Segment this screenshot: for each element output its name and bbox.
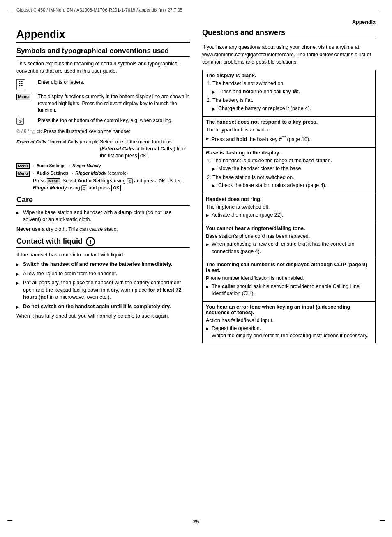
symbol-calls-icon: External Calls / Internal Calls (example…: [16, 138, 100, 145]
qa-section-base-content: The handset is outside the range of the …: [206, 157, 372, 189]
appendix-main-title: Appendix: [16, 28, 190, 40]
qa-section-ring-title: Handset does not ring.: [206, 196, 372, 202]
left-column: Appendix Symbols and typographical conve…: [16, 28, 190, 343]
margin-mark-right: [380, 10, 385, 10]
qa-section-keypress: The handset does not respond to a key pr…: [203, 117, 375, 147]
page: Gigaset C 450 / IM-Nord EN / A31008-M170…: [0, 0, 392, 537]
qa-section-base-title: Base is flashing in the display.: [206, 150, 372, 156]
right-column: Questions and answers If you have any qu…: [202, 28, 376, 343]
header-text: Gigaset C 450 / IM-Nord EN / A31008-M170…: [16, 7, 182, 12]
contact-divider: [16, 247, 190, 248]
contact-list: Switch the handset off and remove the ba…: [16, 261, 190, 310]
qa-table: The display is blank. The handset is not…: [202, 70, 376, 343]
contact-title: Contact with liquid: [16, 237, 83, 246]
qa-section-clip-content: Phone number identification is not enabl…: [206, 275, 372, 297]
qa-section-blank-title: The display is blank.: [206, 73, 372, 78]
margin-mark-right-bottom: [380, 520, 385, 521]
symbol-keypad-icon: ⠿: [16, 79, 38, 90]
contact-item-1: Switch the handset off and remove the ba…: [16, 261, 190, 268]
symbol-path-label: Menu → Audio Settings → Ringer Melody (e…: [16, 171, 128, 177]
qa-section-dialling-content: Base station's phone cord has been repla…: [206, 233, 372, 256]
symbol-calls-desc: Select one of the menu functions (Extern…: [100, 138, 190, 159]
qa-section-dialling-title: You cannot hear a ringtone/dialling tone…: [206, 226, 372, 231]
symbol-menu-desc: The display functions currently in the b…: [38, 93, 190, 114]
qa-section-keypress-title: The handset does not respond to a key pr…: [206, 119, 372, 125]
symbol-ctrl-icon: ⊙: [16, 117, 38, 125]
care-list: Wipe the base station and handset with a…: [16, 209, 190, 224]
qa-title: Questions and answers: [202, 28, 376, 37]
contact-item-3: Pat all parts dry, then place the handse…: [16, 279, 190, 301]
symbol-row-path: Menu → Audio Settings → Ringer Melody Me…: [16, 163, 190, 191]
main-columns: Appendix Symbols and typographical conve…: [0, 28, 392, 343]
warning-icon: !: [86, 237, 95, 246]
symbol-row-calls: External Calls / Internal Calls (example…: [16, 138, 190, 159]
care-item-1: Wipe the base station and handset with a…: [16, 209, 190, 224]
menu-path-start: Menu: [16, 163, 30, 169]
symbol-row-keypad: ⠿ Enter digits or letters.: [16, 79, 190, 90]
qa-section-clip: The incoming call number is not displaye…: [203, 259, 375, 302]
appendix-top-label: Appendix: [0, 15, 392, 25]
qa-section-blank-content: The handset is not switched on. Press an…: [206, 80, 372, 112]
appendix-label-text: Appendix: [352, 19, 376, 25]
menu-key-box: Menu: [16, 94, 30, 100]
symbol-row-menu: Menu The display functions currently in …: [16, 93, 190, 114]
symbol-keypad-desc: Enter digits or letters.: [38, 79, 190, 86]
care-divider: [16, 205, 190, 206]
qa-section-blank: The display is blank. The handset is not…: [203, 70, 375, 117]
qa-section-error: You hear an error tone when keying an in…: [203, 302, 375, 343]
care-title: Care: [16, 196, 190, 204]
qa-section-ring: Handset does not ring. The ringtone is s…: [203, 194, 375, 223]
symbols-divider: [16, 56, 190, 57]
main-title-divider: [16, 42, 190, 43]
qa-section-dialling: You cannot hear a ringtone/dialling tone…: [203, 223, 375, 260]
contact-section: Contact with liquid ! If the handset has…: [16, 237, 190, 320]
page-footer: 25: [0, 513, 392, 529]
symbol-row-ctrl: ⊙ Press the top or bottom of the control…: [16, 117, 190, 125]
qa-section-error-content: Action has failed/invalid input. Repeat …: [206, 317, 372, 340]
qa-intro: If you have any questions about using yo…: [202, 44, 376, 66]
page-number: 25: [193, 519, 199, 525]
contact-item-4: Do not switch on the handset again until…: [16, 303, 190, 311]
symbol-path-desc: Press Menu. Select Audio Settings using …: [16, 177, 190, 191]
qa-section-error-title: You hear an error tone when keying an in…: [206, 304, 372, 316]
page-header: Gigaset C 450 / IM-Nord EN / A31008-M170…: [0, 0, 392, 15]
symbol-keys-icon: ✆ / 0 / *△ etc.: [16, 128, 44, 134]
qa-section-clip-title: The incoming call number is not displaye…: [206, 262, 372, 273]
contact-intro: If the handset has come into contact wit…: [16, 251, 190, 258]
care-never: Never use a dry cloth. This can cause st…: [16, 226, 190, 233]
symbol-row-keys: ✆ / 0 / *△ etc. Press the illustrated ke…: [16, 128, 190, 135]
contact-outro: When it has fully dried out, you will no…: [16, 312, 190, 320]
symbols-intro: This section explains the meaning of cer…: [16, 60, 190, 75]
symbol-table: ⠿ Enter digits or letters. Menu The disp…: [16, 79, 190, 191]
symbol-keys-desc: Press the illustrated key on the handset…: [44, 128, 190, 135]
qa-section-ring-content: The ringtone is switched off. Activate t…: [206, 204, 372, 219]
symbols-title: Symbols and typographical conventions us…: [16, 47, 190, 55]
qa-title-divider: [202, 39, 376, 39]
margin-mark-left: [7, 10, 12, 10]
qa-section-keypress-content: The keypad lock is activated. Press and …: [206, 127, 372, 143]
qa-section-base: Base is flashing in the display. The han…: [203, 148, 375, 194]
margin-mark-left-bottom: [7, 520, 12, 521]
contact-item-2: Allow the liquid to drain from the hands…: [16, 270, 190, 278]
ctrl-key-icon: ⊙: [16, 118, 24, 125]
symbol-ctrl-desc: Press the top or bottom of the control k…: [38, 117, 190, 124]
symbol-menu-icon: Menu: [16, 93, 38, 100]
